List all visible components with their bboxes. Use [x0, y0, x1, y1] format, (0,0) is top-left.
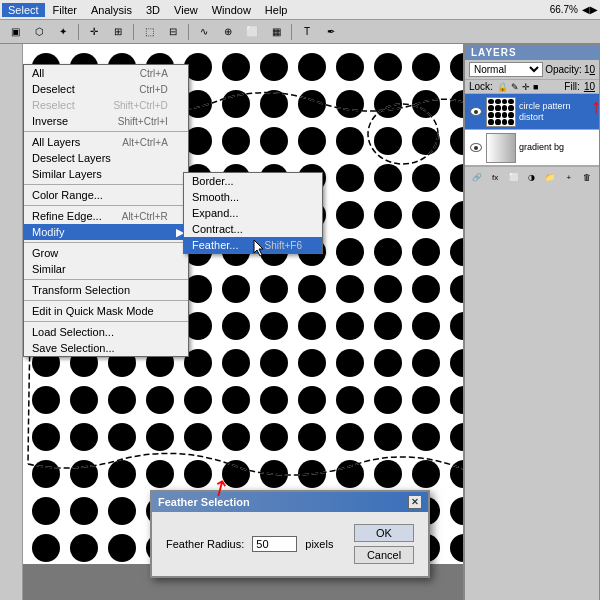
menu-item-transform-selection[interactable]: Transform Selection	[24, 282, 188, 298]
menu-item-all[interactable]: All Ctrl+A	[24, 65, 188, 81]
feather-unit: pixels	[305, 538, 333, 550]
feather-radius-input[interactable]	[252, 536, 297, 552]
dot	[298, 90, 326, 118]
dot-cell	[217, 455, 255, 492]
left-toolbar	[0, 44, 23, 600]
menu-item-save-selection[interactable]: Save Selection...	[24, 340, 188, 356]
lock-position-icon[interactable]: ✛	[522, 82, 530, 92]
tool-type[interactable]: T	[296, 22, 318, 42]
dialog-close-button[interactable]: ✕	[408, 495, 422, 509]
dot	[260, 90, 288, 118]
tool-move[interactable]: ✛	[83, 22, 105, 42]
dot	[146, 386, 174, 414]
menu-item-deselect-layers[interactable]: Deselect Layers	[24, 150, 188, 166]
tool-stamp[interactable]: ⊕	[217, 22, 239, 42]
menu-analysis[interactable]: Analysis	[85, 3, 138, 17]
submenu-contract[interactable]: Contract...	[184, 221, 322, 237]
tool-pen[interactable]: ✒	[320, 22, 342, 42]
submenu-border[interactable]: Border...	[184, 173, 322, 189]
lock-all-icon[interactable]: ■	[533, 82, 538, 92]
dot-cell	[255, 270, 293, 307]
menu-item-load-selection[interactable]: Load Selection...	[24, 324, 188, 340]
menu-item-inverse[interactable]: Inverse Shift+Ctrl+I	[24, 113, 188, 129]
fx-icon[interactable]: fx	[487, 169, 502, 185]
dot	[336, 90, 364, 118]
lock-transparent-icon[interactable]: 🔒	[497, 82, 508, 92]
menu-item-deselect[interactable]: Deselect Ctrl+D	[24, 81, 188, 97]
dot-cell	[255, 48, 293, 85]
menu-item-modify[interactable]: Modify ▶	[24, 224, 188, 240]
layer-item-1[interactable]: circle pattern distort ↑	[465, 94, 599, 130]
dot-cell	[331, 344, 369, 381]
cancel-button[interactable]: Cancel	[354, 546, 414, 564]
menu-select[interactable]: Select	[2, 3, 45, 17]
submenu-feather[interactable]: Feather... Shift+F6	[184, 237, 322, 253]
tool-crop[interactable]: ⊞	[107, 22, 129, 42]
tool-eyedropper[interactable]: ⬚	[138, 22, 160, 42]
dot	[70, 497, 98, 525]
delete-layer-icon[interactable]: 🗑	[580, 169, 595, 185]
menu-view[interactable]: View	[168, 3, 204, 17]
right-panel: LAYERS Normal Opacity: 10 Lock: 🔒 ✎ ✛ ■ …	[463, 44, 600, 600]
dot-cell	[103, 492, 141, 529]
tool-eraser[interactable]: ⬜	[241, 22, 263, 42]
dropdown-overlay: All Ctrl+A Deselect Ctrl+D Reselect Shif…	[23, 64, 189, 357]
nav-icon[interactable]: ◀▶	[582, 4, 598, 15]
tool-gradient[interactable]: ▦	[265, 22, 287, 42]
submenu-smooth[interactable]: Smooth...	[184, 189, 322, 205]
blend-mode-select[interactable]: Normal	[469, 62, 543, 77]
menu-item-refine-edge[interactable]: Refine Edge... Alt+Ctrl+R	[24, 208, 188, 224]
dot-cell	[407, 455, 445, 492]
dot-cell	[445, 381, 463, 418]
layers-bottom-icons: 🔗 fx ⬜ ◑ 📁 + 🗑	[465, 166, 599, 187]
dot-cell	[255, 307, 293, 344]
fill-value: 10	[584, 81, 595, 92]
mask-icon[interactable]: ⬜	[506, 169, 521, 185]
menu-item-reselect[interactable]: Reselect Shift+Ctrl+D	[24, 97, 188, 113]
menu-item-grow[interactable]: Grow	[24, 245, 188, 261]
layer-thumb-2	[486, 133, 516, 163]
group-icon[interactable]: 📁	[543, 169, 558, 185]
link-icon[interactable]: 🔗	[469, 169, 484, 185]
lock-image-icon[interactable]: ✎	[511, 82, 519, 92]
dot-cell	[217, 85, 255, 122]
separator3	[24, 205, 188, 206]
menu-item-all-layers[interactable]: All Layers Alt+Ctrl+A	[24, 134, 188, 150]
tool-brush[interactable]: ∿	[193, 22, 215, 42]
dot	[260, 423, 288, 451]
dot-cell	[369, 418, 407, 455]
tool-ruler[interactable]: ⊟	[162, 22, 184, 42]
menu-item-quick-mask[interactable]: Edit in Quick Mask Mode	[24, 303, 188, 319]
menu-window[interactable]: Window	[206, 3, 257, 17]
menu-help[interactable]: Help	[259, 3, 294, 17]
layer-name-1: circle pattern distort	[519, 101, 595, 123]
separator-3	[188, 24, 189, 40]
submenu-expand[interactable]: Expand...	[184, 205, 322, 221]
menu-item-similar[interactable]: Similar	[24, 261, 188, 277]
new-layer-icon[interactable]: +	[561, 169, 576, 185]
menu-filter[interactable]: Filter	[47, 3, 83, 17]
layer-visibility-2[interactable]	[469, 141, 483, 155]
dot-cell	[369, 381, 407, 418]
tool-marquee[interactable]: ▣	[4, 22, 26, 42]
tool-magic-wand[interactable]: ✦	[52, 22, 74, 42]
options-toolbar: ▣ ⬡ ✦ ✛ ⊞ ⬚ ⊟ ∿ ⊕ ⬜ ▦ T ✒	[0, 20, 600, 44]
menu-item-color-range[interactable]: Color Range...	[24, 187, 188, 203]
dot-cell	[369, 455, 407, 492]
dot	[374, 423, 402, 451]
dialog-buttons: OK Cancel	[354, 524, 414, 564]
dot	[184, 386, 212, 414]
menu-item-similar-layers[interactable]: Similar Layers	[24, 166, 188, 182]
menu-3d[interactable]: 3D	[140, 3, 166, 17]
dot-cell	[331, 381, 369, 418]
dot-cell	[27, 492, 65, 529]
dot	[336, 349, 364, 377]
dot	[70, 423, 98, 451]
layer-item-2[interactable]: gradient bg	[465, 130, 599, 166]
dot	[108, 386, 136, 414]
ok-button[interactable]: OK	[354, 524, 414, 542]
adjustment-icon[interactable]: ◑	[524, 169, 539, 185]
dot	[336, 460, 364, 488]
layer-visibility-1[interactable]	[469, 105, 483, 119]
tool-lasso[interactable]: ⬡	[28, 22, 50, 42]
